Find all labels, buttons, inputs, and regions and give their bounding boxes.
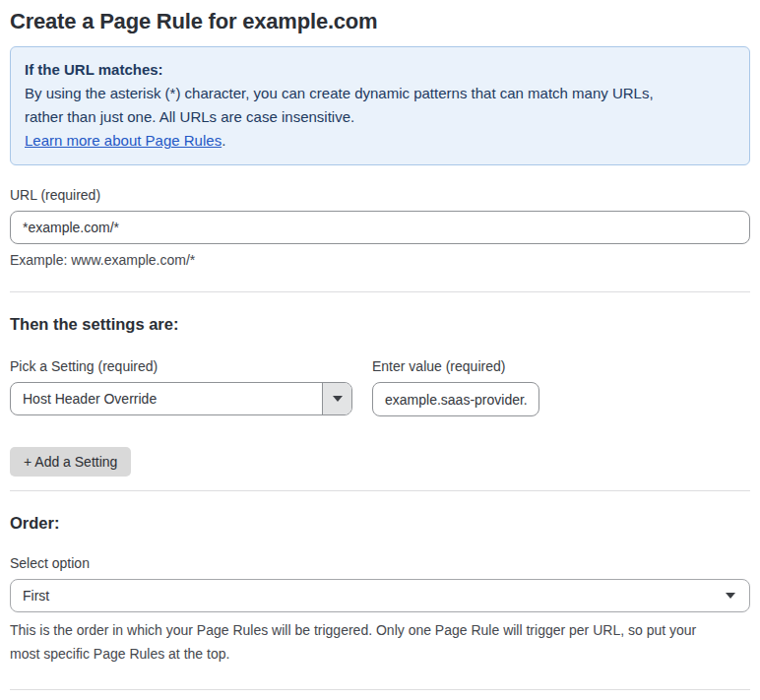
order-help-line: most specific Page Rules at the top. [10,642,750,666]
order-select-label: Select option [10,554,750,572]
settings-section-heading: Then the settings are: [10,313,750,335]
info-box-heading: If the URL matches: [25,58,735,82]
setting-select-value: Host Header Override [11,383,322,414]
url-input[interactable] [10,211,750,244]
order-help-text: This is the order in which your Page Rul… [10,618,750,666]
divider [10,490,750,491]
page-rule-form: Create a Page Rule for example.com If th… [0,0,760,700]
link-period: . [222,132,225,149]
order-select-value: First [11,580,726,611]
order-select-arrow [726,580,749,611]
url-match-info-box: If the URL matches: By using the asteris… [10,46,750,165]
setting-value-input[interactable] [372,382,539,416]
add-setting-button[interactable]: + Add a Setting [10,447,131,477]
setting-select[interactable]: Host Header Override [10,382,352,415]
setting-select-label: Pick a Setting (required) [10,357,352,375]
page-title: Create a Page Rule for example.com [10,0,750,36]
url-example-hint: Example: www.example.com/* [10,251,750,270]
divider [10,689,750,690]
setting-value-label: Enter value (required) [372,357,539,375]
learn-more-link[interactable]: Learn more about Page Rules [25,132,222,149]
order-section-heading: Order: [10,512,750,534]
info-box-body-line: rather than just one. All URLs are case … [25,105,735,129]
setting-value-column: Enter value (required) [372,337,539,416]
info-box-link-row: Learn more about Page Rules. [25,129,735,153]
order-select[interactable]: First [10,579,750,612]
order-help-line: This is the order in which your Page Rul… [10,618,750,642]
url-label: URL (required) [10,186,750,204]
info-box-body-line: By using the asterisk (*) character, you… [25,82,735,105]
chevron-down-icon [726,593,735,599]
setting-select-arrow-button[interactable] [322,383,351,414]
settings-row: Pick a Setting (required) Host Header Ov… [10,337,750,416]
divider [10,291,750,292]
setting-select-column: Pick a Setting (required) Host Header Ov… [10,337,352,415]
chevron-down-icon [333,396,343,402]
